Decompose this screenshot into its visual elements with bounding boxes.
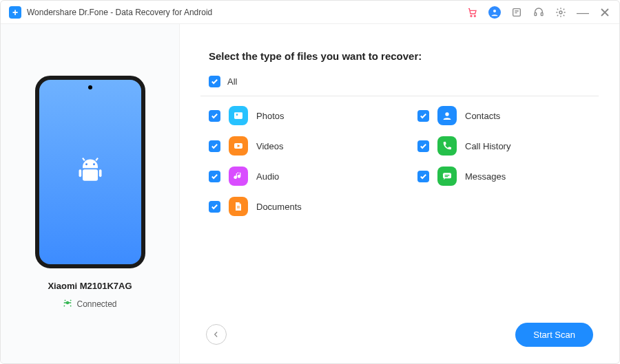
svg-point-14 [236, 114, 238, 116]
svg-point-1 [474, 15, 475, 17]
device-name: Xiaomi M2101K7AG [48, 281, 132, 291]
videos-icon [229, 136, 248, 156]
svg-point-7 [85, 163, 87, 165]
close-button[interactable] [599, 6, 611, 19]
file-label-videos: Videos [256, 141, 284, 151]
svg-point-2 [493, 10, 496, 12]
file-label-photos: Photos [256, 111, 284, 121]
svg-point-15 [445, 112, 448, 116]
checkbox-contacts[interactable] [417, 110, 429, 122]
checkbox-videos[interactable] [209, 140, 220, 152]
svg-rect-4 [535, 12, 537, 15]
file-item-videos: Videos [209, 136, 390, 156]
content-panel: Select the type of files you want to rec… [180, 24, 619, 363]
checkbox-calls[interactable] [417, 140, 429, 152]
file-label-audio: Audio [256, 171, 279, 182]
select-all-row: All [200, 72, 599, 96]
checkbox-photos[interactable] [209, 110, 220, 122]
phone-icon [437, 136, 457, 156]
page-heading: Select the type of files you want to rec… [209, 50, 599, 62]
connection-status: Connected [63, 298, 116, 310]
file-item-contacts: Contacts [417, 106, 599, 125]
svg-rect-5 [541, 12, 543, 15]
photos-icon [229, 106, 248, 125]
support-icon[interactable] [533, 6, 545, 19]
android-icon [75, 156, 105, 189]
checkbox-docs[interactable] [209, 201, 220, 213]
audio-icon [229, 167, 248, 186]
minimize-button[interactable]: — [577, 6, 589, 19]
file-item-calls: Call History [417, 136, 599, 156]
file-item-docs: Documents [209, 197, 390, 216]
svg-rect-17 [443, 173, 451, 178]
documents-icon [229, 197, 248, 216]
svg-rect-10 [79, 169, 81, 177]
feedback-icon[interactable] [510, 6, 523, 19]
svg-rect-11 [99, 169, 101, 177]
cart-icon[interactable] [466, 6, 479, 19]
messages-icon [437, 167, 457, 186]
connected-icon [63, 298, 72, 310]
svg-point-0 [471, 15, 472, 17]
footer: Start Scan [200, 315, 599, 354]
checkbox-all[interactable] [209, 76, 220, 87]
file-item-photos: Photos [209, 106, 390, 125]
svg-rect-9 [83, 169, 98, 180]
file-item-audio: Audio [209, 167, 390, 186]
account-icon[interactable] [488, 6, 501, 19]
svg-point-6 [559, 11, 562, 14]
app-title: Wondershare Dr.Fone - Data Recovery for … [27, 8, 212, 17]
device-panel: Xiaomi M2101K7AG Connected [1, 24, 180, 363]
settings-icon[interactable] [555, 6, 567, 19]
phone-notch [88, 85, 92, 89]
titlebar: + Wondershare Dr.Fone - Data Recovery fo… [1, 1, 619, 24]
file-item-messages: Messages [417, 167, 599, 186]
file-label-calls: Call History [465, 141, 510, 151]
app-logo: + [9, 6, 21, 19]
select-all-label: All [227, 76, 237, 87]
file-label-docs: Documents [256, 202, 302, 212]
checkbox-audio[interactable] [209, 171, 220, 182]
file-types-grid: PhotosContactsVideosCall HistoryAudioMes… [200, 106, 599, 216]
device-illustration [35, 76, 145, 268]
file-label-contacts: Contacts [465, 111, 500, 121]
start-scan-button[interactable]: Start Scan [515, 323, 593, 347]
svg-point-8 [93, 163, 95, 165]
back-button[interactable] [206, 324, 227, 345]
contacts-icon [437, 106, 457, 125]
file-label-messages: Messages [465, 171, 506, 182]
connection-label: Connected [76, 299, 116, 309]
checkbox-messages[interactable] [417, 171, 429, 182]
